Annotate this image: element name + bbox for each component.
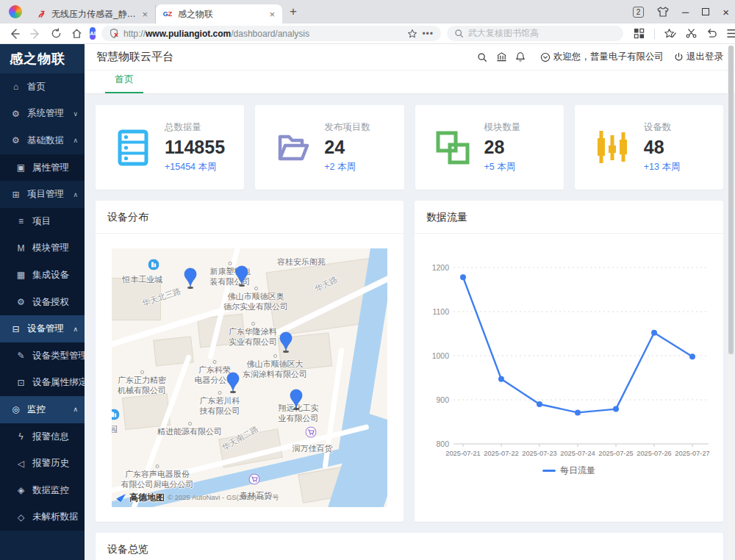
sidebar-item-home[interactable]: ⌂首页 <box>0 73 85 101</box>
sidebar-item-label: 模块管理 <box>32 242 69 254</box>
map-pin[interactable] <box>183 268 198 290</box>
sidebar-item-label: 首页 <box>27 81 46 93</box>
sidebar-item-label: 监控 <box>27 403 46 416</box>
sidebar-item-label: 设备类型管理 <box>32 350 85 362</box>
reload-icon[interactable] <box>49 26 63 41</box>
notification-bell-icon[interactable] <box>511 51 530 62</box>
card-value: 48 <box>644 137 681 158</box>
sidebar-item-integrated-device[interactable]: ▦集成设备 <box>0 262 85 289</box>
browser-tab-inactive[interactable]: 无线压力传感器_静力水准仪_ × <box>29 4 156 24</box>
alarm-icon: ϟ <box>15 431 27 442</box>
modules-icon <box>434 129 471 166</box>
svg-text:2025-07-26: 2025-07-26 <box>637 450 672 457</box>
url-text: http://www.puliangiot.com/dashboard/anal… <box>123 29 403 39</box>
organization-bank-icon[interactable] <box>492 51 511 62</box>
sidebar-item-data-monitor[interactable]: ◈数据监控 <box>0 477 85 504</box>
sidebar-item-device-mgmt[interactable]: ⊟设备管理∧ <box>0 315 85 342</box>
tab-close-icon[interactable]: × <box>140 9 149 20</box>
sidebar-item-alarm-info[interactable]: ϟ报警信息 <box>0 423 85 450</box>
flow-line-chart: 1200110010009008002025-07-212025-07-2220… <box>420 254 717 460</box>
browser-logo-icon[interactable] <box>9 5 22 18</box>
map-pin[interactable] <box>226 372 240 394</box>
device-mgmt-icon: ⊟ <box>10 324 22 334</box>
extension-badge[interactable]: 2 <box>633 7 644 18</box>
search-box[interactable]: 武大复核图书馆高 <box>447 26 623 41</box>
sidebar-item-label: 集成设备 <box>32 269 69 281</box>
sidebar-item-label: 设备属性绑定 <box>32 376 85 389</box>
menu-hamburger-icon[interactable] <box>727 29 735 38</box>
scrollbar-thumb[interactable] <box>728 46 734 354</box>
logout-button[interactable]: 退出登录 <box>674 51 723 63</box>
sidebar-item-label: 基础数据 <box>27 134 64 147</box>
favorites-edit-icon[interactable] <box>664 28 676 39</box>
welcome-user[interactable]: 欢迎您，普量电子有限公司 <box>540 51 664 63</box>
sidebar-item-module-mgmt[interactable]: M模块管理 <box>0 235 85 262</box>
card-label: 发布项目数 <box>324 121 370 134</box>
browser-tab-active[interactable]: GZ 感之物联 × <box>156 4 282 24</box>
poi-dot-icon <box>251 322 255 326</box>
home-icon[interactable] <box>69 26 84 41</box>
device-distribution-panel: 设备分布 <box>96 201 404 522</box>
map-label-hualong-coating: 广东华隆涂料 实业有限公司 <box>229 322 277 348</box>
new-tab-button[interactable]: + <box>290 4 297 19</box>
back-icon[interactable] <box>7 26 22 41</box>
sidebar-item-project[interactable]: ≡项目 <box>0 208 85 235</box>
search-icon <box>454 29 464 38</box>
forward-icon[interactable] <box>28 26 43 41</box>
sidebar-item-project-mgmt[interactable]: ⊞项目管理∧ <box>0 181 85 208</box>
chart-legend-item[interactable]: 每日流量 <box>420 464 717 477</box>
map-label-sheng-industrial: 胜工业园 <box>112 425 118 435</box>
svg-text:2025-07-25: 2025-07-25 <box>598 450 634 457</box>
svg-text:2025-07-23: 2025-07-23 <box>522 450 557 457</box>
sidebar-item-unparsed-data[interactable]: ◇未解析数据 <box>0 504 85 531</box>
map-label-hengfeng-industrial: 恒丰工业城 <box>123 275 163 285</box>
sidebar-item-label: 报警历史 <box>32 457 69 470</box>
sidebar-menu: ⌂首页⚙系统管理∨⚙基础数据∧▣属性管理⊞项目管理∧≡项目M模块管理▦集成设备⚙… <box>0 73 85 531</box>
card-delta: +13 本周 <box>644 161 681 173</box>
sidebar-item-base-data[interactable]: ⚙基础数据∧ <box>0 127 85 154</box>
grid-icon: ⊞ <box>10 190 22 200</box>
map-pin[interactable] <box>234 265 249 287</box>
header-search-icon[interactable] <box>473 52 492 62</box>
sidebar-item-monitor[interactable]: ◎监控∧ <box>0 396 85 423</box>
ai-assistant-icon[interactable]: AI <box>90 27 96 40</box>
insecure-shield-icon[interactable] <box>109 28 119 39</box>
sidebar-item-device-type-mgmt[interactable]: ✎设备类型管理 <box>0 342 85 370</box>
tab-close-icon[interactable]: × <box>268 9 276 20</box>
svg-text:2025-07-24: 2025-07-24 <box>560 450 595 457</box>
map-pin[interactable] <box>279 331 293 353</box>
address-bar[interactable]: http://www.puliangiot.com/dashboard/anal… <box>101 26 441 41</box>
theme-skin-icon[interactable] <box>657 7 669 17</box>
map-attribution: 高德地图 © 2025 AutoNavi - GS(2023)4677号 <box>115 492 279 504</box>
minimize-button[interactable]: ─ <box>682 7 689 18</box>
poi-dot-icon <box>273 354 277 358</box>
sidebar-item-label: 设备授权 <box>32 296 69 309</box>
page-scrollbar[interactable] <box>728 46 734 559</box>
map-building-icon <box>148 259 159 270</box>
sidebar-item-alarm-history[interactable]: ◁报警历史 <box>0 450 85 477</box>
maximize-button[interactable] <box>702 8 709 15</box>
card-value: 28 <box>484 137 521 158</box>
sidebar-item-system-mgmt[interactable]: ⚙系统管理∨ <box>0 101 85 128</box>
sidebar-item-attr-mgmt[interactable]: ▣属性管理 <box>0 154 85 182</box>
more-options-icon[interactable]: ••• <box>422 29 434 39</box>
app-logo: 感之物联 <box>0 44 85 73</box>
apps-grid-icon[interactable] <box>634 28 645 39</box>
undo-restore-icon[interactable] <box>706 28 717 39</box>
candlestick-icon <box>594 129 631 166</box>
bookmark-star-icon[interactable] <box>407 29 417 39</box>
autonavi-logo-icon <box>115 493 126 503</box>
map-label-runwanjia-store: 润万佳百货 <box>293 444 333 454</box>
map-pin[interactable] <box>289 389 304 411</box>
gear-icon: ⚙ <box>10 135 22 146</box>
list-icon: ≡ <box>15 216 27 226</box>
sidebar-item-device-attr-bind[interactable]: ⊡设备属性绑定 <box>0 370 85 397</box>
panel-title: 设备分布 <box>96 201 404 234</box>
close-window-button[interactable]: × <box>723 6 729 18</box>
pen-icon: ✎ <box>15 351 27 361</box>
tab-home[interactable]: 首页 <box>105 73 143 93</box>
svg-text:900: 900 <box>436 395 449 404</box>
device-map[interactable]: 新康塑料包 装有限公司容桂安乐阁苑恒丰工业城华天北三路佛山市顺德区奥 德尔实业有… <box>112 248 387 507</box>
sidebar-item-device-auth[interactable]: ⚙设备授权 <box>0 289 85 316</box>
screenshot-scissors-icon[interactable] <box>686 28 697 39</box>
